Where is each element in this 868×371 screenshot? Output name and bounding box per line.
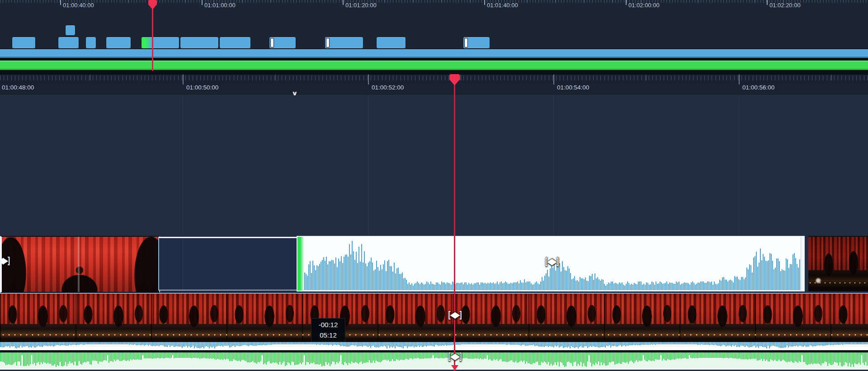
playhead-pin-icon[interactable] (449, 74, 460, 85)
audio-clip-waveform[interactable]: [◀▶] (297, 236, 805, 291)
waveform-bar (849, 352, 850, 363)
overview-audio-track-bar[interactable] (0, 61, 868, 70)
overview-clip[interactable] (12, 37, 36, 49)
waveform-bar (77, 352, 78, 366)
waveform-bar (747, 342, 748, 347)
waveform-bar (521, 352, 522, 361)
waveform-bar (310, 261, 311, 290)
waveform-bar (45, 352, 46, 363)
waveform-bar (92, 352, 93, 361)
waveform-bar (46, 342, 47, 346)
waveform-bar (220, 352, 221, 360)
waveform-bar (724, 342, 725, 345)
waveform-bar (15, 342, 16, 348)
waveform-bar (854, 352, 855, 363)
clip-out-edge[interactable] (801, 237, 803, 291)
overview-clip[interactable] (58, 37, 79, 49)
overview-clip[interactable] (463, 37, 490, 49)
waveform-bar (688, 352, 689, 359)
waveform-bar (639, 282, 640, 290)
trim-roll-icon[interactable]: [◀▶] (545, 256, 558, 267)
overview-clip-stacked[interactable] (65, 25, 75, 36)
overview-clip[interactable] (106, 37, 131, 49)
waveform-bar (776, 258, 777, 290)
waveform-bar (679, 352, 680, 358)
waveform-bar (94, 352, 94, 361)
waveform-bar (388, 352, 389, 360)
video-clip-right[interactable] (808, 236, 868, 291)
waveform-bar (474, 283, 475, 290)
waveform-bar (115, 352, 116, 361)
overview-clip[interactable] (269, 37, 296, 49)
trim-roll-icon-filmstrip[interactable]: [◀▶] (448, 310, 461, 320)
waveform-bar (758, 342, 759, 348)
waveform-bar (814, 342, 815, 346)
waveform-bar (405, 278, 406, 290)
waveform-bar (137, 352, 138, 359)
main-ruler-label: 01:00:54:00 (557, 84, 589, 91)
timeline-gap[interactable] (158, 237, 297, 291)
playhead-line[interactable] (454, 75, 455, 371)
overview-clip[interactable] (85, 37, 96, 49)
waveform-bar (458, 283, 458, 290)
waveform-bar (180, 342, 181, 347)
waveform-bar (24, 352, 25, 366)
waveform-bar (736, 352, 737, 359)
waveform-bar (605, 342, 606, 348)
waveform-bar (568, 342, 569, 347)
waveform-bar (251, 342, 252, 345)
main-ruler[interactable]: 01:00:48:0001:00:50:0001:00:52:0001:00:5… (0, 75, 868, 95)
overview-clip[interactable] (325, 37, 363, 49)
waveform-bar (572, 352, 573, 366)
waveform-bar (117, 342, 118, 344)
waveform-bar (727, 352, 728, 358)
waveform-bar (664, 283, 665, 290)
waveform-bar (525, 352, 526, 364)
waveform-bar (359, 342, 360, 346)
waveform-bar (245, 342, 246, 345)
waveform-bar (786, 258, 787, 290)
waveform-bar (338, 258, 339, 290)
waveform-bar (11, 342, 12, 346)
waveform-bar (508, 284, 509, 290)
waveform-bar (579, 342, 580, 347)
waveform-bar (666, 282, 667, 290)
waveform-bar (600, 281, 601, 290)
filmstrip-video-track[interactable] (0, 293, 868, 341)
audio-track-green-waveform[interactable] (0, 352, 868, 370)
waveform-bar (218, 352, 219, 359)
waveform-bar (346, 352, 347, 363)
waveform-bar (741, 277, 742, 290)
waveform-bar (174, 342, 175, 347)
overview-clip[interactable] (219, 37, 251, 49)
overview-video-track-bar[interactable] (0, 49, 868, 58)
waveform-bar (481, 282, 481, 290)
waveform-bar (129, 352, 130, 361)
overview-clip[interactable] (376, 37, 406, 49)
waveform-bar (161, 342, 162, 345)
waveform-bar (460, 283, 461, 290)
waveform-bar (456, 342, 457, 345)
overview-playhead[interactable] (152, 0, 153, 71)
clip-fade-in-edge[interactable] (297, 237, 304, 291)
waveform-bar (292, 352, 292, 362)
waveform-bar (604, 342, 604, 347)
audio-track-blue-waveform[interactable] (0, 341, 868, 350)
waveform-bar (389, 342, 390, 348)
waveform-bar (517, 282, 518, 290)
trim-roll-icon-audio[interactable]: [◀▶] (448, 351, 461, 362)
waveform-bar (318, 266, 319, 290)
waveform-bar (341, 256, 342, 290)
trim-handle-icon[interactable]: [◀▶] (0, 255, 9, 266)
waveform-bar (339, 352, 340, 362)
waveform-bar (529, 342, 530, 345)
waveform-bar (494, 342, 495, 344)
waveform-bar (681, 352, 682, 359)
overview-clip[interactable] (141, 37, 179, 49)
waveform-bar (690, 352, 691, 358)
waveform-bar (750, 265, 751, 290)
waveform-bar (814, 352, 815, 363)
waveform-bar (532, 342, 533, 345)
overview-clip[interactable] (180, 37, 219, 49)
video-clip-left[interactable]: [◀▶] (0, 236, 160, 293)
